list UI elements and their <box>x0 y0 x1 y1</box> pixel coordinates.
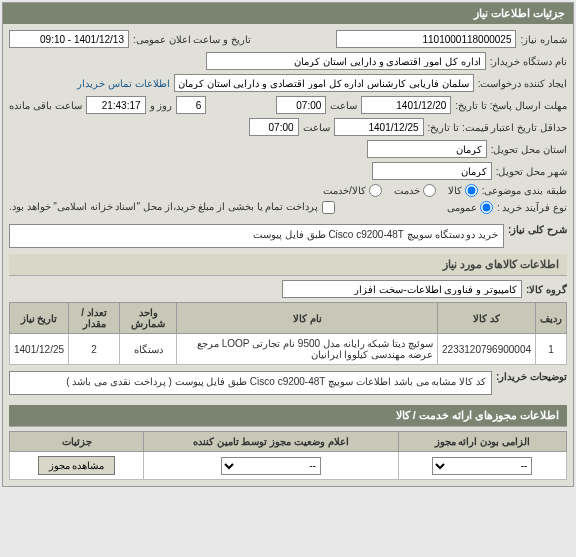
treasury-checkbox[interactable] <box>322 201 335 214</box>
group-field[interactable] <box>282 280 522 298</box>
cell-unit: دستگاه <box>119 334 176 365</box>
col-unit: واحد شمارش <box>119 303 176 334</box>
desc-text: خرید دو دستگاه سوییچ Cisco c9200-48T طبق… <box>9 224 504 248</box>
items-table: ردیف کد کالا نام کالا واحد شمارش تعداد /… <box>9 302 567 365</box>
cell-row: 1 <box>536 334 567 365</box>
need-city-field[interactable] <box>367 140 487 158</box>
buyer-org-label: نام دستگاه خریدار: <box>490 56 567 67</box>
panel-title: جزئیات اطلاعات نیاز <box>3 3 573 24</box>
buy-type-open-radio[interactable] <box>480 201 493 214</box>
buy-type-label: نوع فرآیند خرید : <box>497 202 567 213</box>
mandatory-select[interactable]: -- <box>432 457 532 475</box>
valid-hour-field[interactable] <box>249 118 299 136</box>
cat-service-radio[interactable] <box>423 184 436 197</box>
remain-label: ساعت باقی مانده <box>9 100 82 111</box>
deliver-city-field[interactable] <box>372 162 492 180</box>
items-section-title: اطلاعات کالاهای مورد نیاز <box>9 254 567 276</box>
days-remaining-field[interactable] <box>176 96 206 114</box>
col-status: اعلام وضعیت مجوز توسط تامین کننده <box>144 432 399 452</box>
need-city-label: استان محل تحویل: <box>491 144 567 155</box>
group-label: گروه کالا: <box>526 284 567 295</box>
col-row: ردیف <box>536 303 567 334</box>
min-valid-label: حداقل تاریخ اعتبار قیمت: تا تاریخ: <box>428 122 567 133</box>
col-code: کد کالا <box>438 303 536 334</box>
cell-need-date: 1401/12/25 <box>10 334 69 365</box>
cat-goods-radio[interactable] <box>465 184 478 197</box>
col-mandatory: الزامی بودن ارائه مجوز <box>398 432 566 452</box>
cell-details: مشاهده مجوز <box>10 452 144 480</box>
time-label-2: ساعت <box>303 122 330 133</box>
cat-both-label: کالا/خدمت <box>323 185 366 196</box>
permits-row: -- -- مشاهده مجوز <box>10 452 567 480</box>
col-need-date: تاریخ نیاز <box>10 303 69 334</box>
cat-both-radio[interactable] <box>369 184 382 197</box>
status-select[interactable]: -- <box>221 457 321 475</box>
cell-name: سوئیچ دیتا شبکه رایانه مدل 9500 نام تجار… <box>177 334 438 365</box>
buy-type-group: عمومی <box>447 201 493 214</box>
items-header-row: ردیف کد کالا نام کالا واحد شمارش تعداد /… <box>10 303 567 334</box>
time-label-1: ساعت <box>330 100 357 111</box>
cell-qty: 2 <box>69 334 120 365</box>
cell-code: 2233120796900004 <box>438 334 536 365</box>
category-radio-group: کالا خدمت کالا/خدمت <box>323 184 478 197</box>
reply-hour-field[interactable] <box>276 96 326 114</box>
table-row[interactable]: 1 2233120796900004 سوئیچ دیتا شبکه رایان… <box>10 334 567 365</box>
need-no-field[interactable] <box>336 30 516 48</box>
col-name: نام کالا <box>177 303 438 334</box>
col-qty: تعداد / مقدار <box>69 303 120 334</box>
buyer-notes-label: توضیحات خریدار: <box>496 371 567 382</box>
partial-pay-label: پرداخت تمام یا بخشی از مبلغ خرید،از محل … <box>9 201 318 212</box>
creator-field[interactable] <box>174 74 474 92</box>
announce-field[interactable] <box>9 30 129 48</box>
day-label: روز و <box>150 100 173 111</box>
need-details-panel: جزئیات اطلاعات نیاز شماره نیاز: تاریخ و … <box>2 2 574 487</box>
valid-date-field[interactable] <box>334 118 424 136</box>
contact-buyer-link[interactable]: اطلاعات تماس خریدار <box>77 78 170 89</box>
deliver-city-label: شهر محل تحویل: <box>496 166 567 177</box>
col-details: جزئیات <box>10 432 144 452</box>
buy-type-open-label: عمومی <box>447 202 477 213</box>
reply-date-field[interactable] <box>361 96 451 114</box>
cat-service-label: خدمت <box>394 185 420 196</box>
category-label: طبقه بندی موضوعی: <box>482 185 567 196</box>
cell-mandatory: -- <box>398 452 566 480</box>
reply-deadline-label: مهلت ارسال پاسخ: تا تاریخ: <box>455 100 567 111</box>
permits-header-row: الزامی بودن ارائه مجوز اعلام وضعیت مجوز … <box>10 432 567 452</box>
need-no-label: شماره نیاز: <box>520 34 567 45</box>
permits-table: الزامی بودن ارائه مجوز اعلام وضعیت مجوز … <box>9 431 567 480</box>
view-permit-button[interactable]: مشاهده مجوز <box>38 456 116 475</box>
announce-label: تاریخ و ساعت اعلان عمومی: <box>133 34 251 45</box>
desc-header-label: شرح کلی نیاز: <box>508 224 567 235</box>
creator-label: ایجاد کننده درخواست: <box>478 78 567 89</box>
time-remaining-field[interactable] <box>86 96 146 114</box>
cell-status: -- <box>144 452 399 480</box>
buyer-notes-text: کد کالا مشابه می باشد اطلاعات سوییچ Cisc… <box>9 371 492 395</box>
buyer-org-field[interactable] <box>206 52 486 70</box>
cat-goods-label: کالا <box>448 185 462 196</box>
permits-section-title: اطلاعات مجوزهای ارائه خدمت / کالا <box>9 405 567 427</box>
